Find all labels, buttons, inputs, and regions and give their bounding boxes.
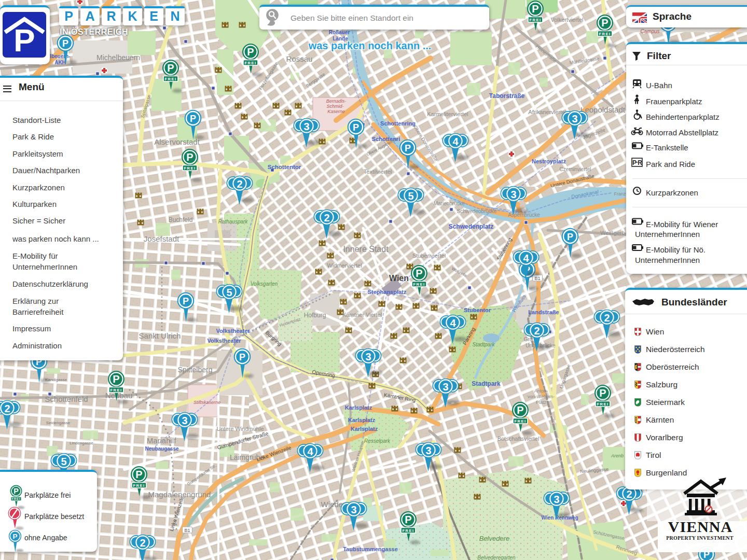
- svg-text:Lindengasse: Lindengasse: [70, 441, 93, 445]
- svg-text:2: 2: [534, 325, 540, 337]
- svg-text:Bernadis-: Bernadis-: [326, 99, 347, 104]
- svg-text:3: 3: [572, 113, 577, 124]
- svg-text:Karlsplatz: Karlsplatz: [348, 417, 376, 423]
- svg-text:5: 5: [226, 287, 232, 298]
- svg-text:Leopoldstadt: Leopoldstadt: [580, 105, 626, 114]
- svg-text:Stiftskaserne: Stiftskaserne: [193, 400, 220, 405]
- svg-text:Resselpark: Resselpark: [364, 438, 391, 444]
- svg-text:Schottenring: Schottenring: [380, 120, 416, 127]
- svg-text:2: 2: [237, 178, 242, 190]
- svg-text:Seidengasse: Seidengasse: [46, 421, 71, 425]
- svg-text:Neubaugasse: Neubaugasse: [145, 446, 178, 452]
- svg-text:Volkstheater: Volkstheater: [216, 328, 250, 334]
- svg-text:3: 3: [442, 381, 448, 393]
- svg-text:Kärntner Viertel: Kärntner Viertel: [342, 312, 382, 318]
- svg-text:Kaserne: Kaserne: [327, 109, 345, 114]
- svg-text:3: 3: [365, 351, 371, 362]
- svg-text:PROPERTY INVESTMENT: PROPERTY INVESTMENT: [666, 535, 734, 541]
- svg-text:Spittelberg: Spittelberg: [178, 366, 213, 374]
- svg-text:3: 3: [303, 121, 309, 132]
- svg-text:R: R: [638, 159, 642, 166]
- svg-text:Textilviertel: Textilviertel: [364, 169, 392, 175]
- svg-text:2: 2: [4, 403, 10, 414]
- svg-text:Belvederegarten: Belvederegarten: [477, 555, 516, 560]
- svg-text:Marienbrücke: Marienbrücke: [434, 201, 465, 206]
- svg-text:3: 3: [554, 494, 559, 505]
- svg-text:Michelbeuern: Michelbeuern: [96, 53, 140, 62]
- svg-text:2: 2: [140, 537, 145, 549]
- svg-text:4: 4: [307, 446, 313, 457]
- svg-text:P: P: [13, 22, 35, 58]
- svg-text:4: 4: [450, 317, 456, 329]
- svg-text:Botschaftsviertel: Botschaftsviertel: [497, 436, 540, 442]
- svg-text:Platz: Platz: [536, 400, 547, 405]
- svg-text:Volksgarten: Volksgarten: [251, 281, 278, 287]
- svg-text:4: 4: [452, 136, 459, 147]
- svg-text:Arenb: Arenb: [611, 453, 624, 458]
- svg-text:Afrikanerviertel: Afrikanerviertel: [528, 109, 566, 115]
- svg-text:Volkstheater: Volkstheater: [207, 338, 241, 344]
- svg-text:Roßauer: Roßauer: [329, 30, 350, 35]
- svg-text:von-Webern-: von-Webern-: [528, 394, 555, 399]
- svg-text:Nestroyplatz: Nestroyplatz: [532, 158, 566, 164]
- svg-text:Taborstraße: Taborstraße: [489, 92, 525, 100]
- svg-text:Gro: Gro: [524, 337, 533, 342]
- svg-text:VIENNA: VIENNA: [668, 518, 732, 535]
- svg-text:Stephansplatz: Stephansplatz: [368, 289, 407, 295]
- svg-text:Karlsplatz: Karlsplatz: [345, 404, 372, 411]
- svg-text:Wien: Wien: [389, 274, 409, 283]
- svg-text:5: 5: [61, 456, 66, 467]
- svg-text:P: P: [632, 159, 637, 166]
- svg-text:Karmeliterviertel: Karmeliterviertel: [427, 111, 468, 117]
- svg-text:Stadtpark: Stadtpark: [472, 380, 501, 387]
- svg-text:Mariahilf: Mariahilf: [147, 436, 177, 445]
- svg-text:Sankt Ulrich: Sankt Ulrich: [139, 331, 181, 340]
- svg-text:Schwedeobrücke: Schwedeobrücke: [457, 208, 497, 214]
- svg-text:3: 3: [182, 415, 187, 426]
- svg-text:4: 4: [523, 253, 529, 264]
- svg-text:B1: B1: [184, 528, 190, 533]
- svg-text:Innere Stadt: Innere Stadt: [343, 245, 389, 254]
- svg-text:Josefstadt: Josefstadt: [144, 234, 179, 243]
- svg-text:Rossau: Rossau: [286, 54, 313, 63]
- svg-text:3: 3: [425, 445, 431, 456]
- svg-text:Belvedere: Belvedere: [479, 535, 510, 542]
- svg-text:Schottentor: Schottentor: [268, 164, 301, 170]
- svg-text:Schmid-: Schmid-: [326, 104, 343, 109]
- svg-text:AKH: AKH: [54, 60, 66, 65]
- svg-text:Karlsplatz: Karlsplatz: [351, 426, 378, 432]
- svg-text:2: 2: [324, 212, 329, 223]
- svg-text:Hofburg: Hofburg: [304, 312, 326, 319]
- svg-text:Schwedenplatz: Schwedenplatz: [449, 223, 494, 230]
- svg-text:5: 5: [408, 190, 413, 202]
- svg-text:Stubenviertel: Stubenviertel: [412, 253, 446, 259]
- svg-text:Landstraße: Landstraße: [528, 309, 559, 315]
- svg-text:Untere Windmühle: Untere Windmühle: [216, 426, 264, 432]
- svg-text:Rathauspark: Rathauspark: [218, 219, 248, 225]
- svg-text:Campus: Campus: [640, 29, 659, 34]
- svg-text:3: 3: [510, 189, 516, 200]
- svg-text:Schottenfeld: Schottenfeld: [45, 395, 88, 403]
- svg-text:Taubstummengasse: Taubstummengasse: [343, 546, 398, 552]
- svg-text:Widmerviertel: Widmerviertel: [327, 262, 362, 269]
- svg-text:3: 3: [351, 504, 356, 515]
- svg-text:Belvedere: Belvedere: [472, 552, 475, 553]
- svg-text:Buchfeld: Buchfeld: [169, 216, 193, 223]
- svg-text:Volkertviertel: Volkertviertel: [551, 17, 584, 23]
- svg-text:Anton-: Anton-: [534, 388, 548, 394]
- svg-text:2: 2: [604, 312, 610, 324]
- svg-text:Stadtpark: Stadtpark: [473, 342, 495, 347]
- svg-text:Czerninviertel: Czerninviertel: [559, 166, 591, 172]
- svg-text:Stubentor: Stubentor: [464, 307, 491, 313]
